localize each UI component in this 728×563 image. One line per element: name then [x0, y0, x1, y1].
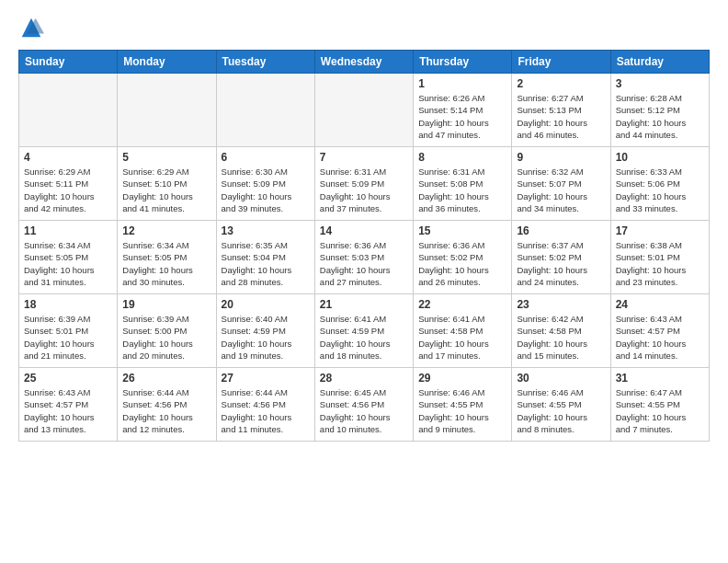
day-number: 30 — [517, 372, 605, 385]
day-number: 23 — [517, 298, 605, 311]
day-info: Sunrise: 6:45 AM Sunset: 4:56 PM Dayligh… — [320, 386, 408, 435]
logo — [18, 15, 48, 40]
day-info: Sunrise: 6:26 AM Sunset: 5:14 PM Dayligh… — [418, 92, 506, 141]
day-info: Sunrise: 6:27 AM Sunset: 5:13 PM Dayligh… — [517, 92, 605, 141]
weekday-header-friday: Friday — [512, 51, 610, 74]
day-info: Sunrise: 6:36 AM Sunset: 5:02 PM Dayligh… — [418, 239, 506, 288]
week-row-0: 1Sunrise: 6:26 AM Sunset: 5:14 PM Daylig… — [19, 74, 710, 147]
day-info: Sunrise: 6:38 AM Sunset: 5:01 PM Dayligh… — [616, 239, 704, 288]
calendar-cell: 8Sunrise: 6:31 AM Sunset: 5:08 PM Daylig… — [414, 147, 512, 221]
day-info: Sunrise: 6:43 AM Sunset: 4:57 PM Dayligh… — [616, 313, 704, 362]
day-number: 26 — [122, 372, 210, 385]
day-info: Sunrise: 6:37 AM Sunset: 5:02 PM Dayligh… — [517, 239, 605, 288]
calendar-cell — [314, 74, 413, 147]
calendar-cell — [19, 74, 118, 147]
calendar: SundayMondayTuesdayWednesdayThursdayFrid… — [18, 50, 710, 442]
day-number: 4 — [24, 151, 112, 164]
day-number: 13 — [222, 224, 310, 237]
calendar-cell: 30Sunrise: 6:46 AM Sunset: 4:55 PM Dayli… — [512, 368, 610, 442]
day-number: 27 — [222, 372, 310, 385]
day-info: Sunrise: 6:29 AM Sunset: 5:10 PM Dayligh… — [122, 166, 210, 214]
calendar-cell: 2Sunrise: 6:27 AM Sunset: 5:13 PM Daylig… — [512, 74, 610, 147]
day-number: 15 — [418, 224, 506, 237]
day-number: 3 — [616, 77, 704, 90]
calendar-cell — [118, 74, 216, 147]
day-info: Sunrise: 6:35 AM Sunset: 5:04 PM Dayligh… — [222, 239, 310, 288]
page: SundayMondayTuesdayWednesdayThursdayFrid… — [0, 0, 728, 563]
day-info: Sunrise: 6:32 AM Sunset: 5:07 PM Dayligh… — [517, 166, 605, 214]
day-number: 20 — [222, 298, 310, 311]
calendar-cell: 11Sunrise: 6:34 AM Sunset: 5:05 PM Dayli… — [19, 221, 118, 294]
day-info: Sunrise: 6:33 AM Sunset: 5:06 PM Dayligh… — [616, 166, 704, 214]
day-number: 2 — [517, 77, 605, 90]
day-number: 29 — [418, 372, 506, 385]
calendar-cell: 16Sunrise: 6:37 AM Sunset: 5:02 PM Dayli… — [512, 221, 610, 294]
weekday-header-wednesday: Wednesday — [314, 51, 413, 74]
day-info: Sunrise: 6:43 AM Sunset: 4:57 PM Dayligh… — [24, 386, 112, 435]
calendar-cell: 28Sunrise: 6:45 AM Sunset: 4:56 PM Dayli… — [314, 368, 413, 442]
calendar-cell: 17Sunrise: 6:38 AM Sunset: 5:01 PM Dayli… — [610, 221, 709, 294]
calendar-cell: 19Sunrise: 6:39 AM Sunset: 5:00 PM Dayli… — [118, 294, 216, 368]
day-info: Sunrise: 6:34 AM Sunset: 5:05 PM Dayligh… — [122, 239, 210, 288]
calendar-cell: 27Sunrise: 6:44 AM Sunset: 4:56 PM Dayli… — [216, 368, 314, 442]
weekday-header-row: SundayMondayTuesdayWednesdayThursdayFrid… — [19, 51, 710, 74]
day-number: 14 — [320, 224, 408, 237]
calendar-cell: 9Sunrise: 6:32 AM Sunset: 5:07 PM Daylig… — [512, 147, 610, 221]
calendar-cell: 26Sunrise: 6:44 AM Sunset: 4:56 PM Dayli… — [118, 368, 216, 442]
weekday-header-monday: Monday — [118, 51, 216, 74]
day-number: 31 — [616, 372, 704, 385]
calendar-cell: 13Sunrise: 6:35 AM Sunset: 5:04 PM Dayli… — [216, 221, 314, 294]
calendar-cell: 5Sunrise: 6:29 AM Sunset: 5:10 PM Daylig… — [118, 147, 216, 221]
weekday-header-saturday: Saturday — [610, 51, 709, 74]
day-info: Sunrise: 6:36 AM Sunset: 5:03 PM Dayligh… — [320, 239, 408, 288]
day-info: Sunrise: 6:39 AM Sunset: 5:00 PM Dayligh… — [122, 313, 210, 362]
day-number: 17 — [616, 224, 704, 237]
calendar-cell: 7Sunrise: 6:31 AM Sunset: 5:09 PM Daylig… — [314, 147, 413, 221]
calendar-cell: 12Sunrise: 6:34 AM Sunset: 5:05 PM Dayli… — [118, 221, 216, 294]
calendar-cell: 18Sunrise: 6:39 AM Sunset: 5:01 PM Dayli… — [19, 294, 118, 368]
calendar-cell: 20Sunrise: 6:40 AM Sunset: 4:59 PM Dayli… — [216, 294, 314, 368]
calendar-cell — [216, 74, 314, 147]
day-number: 16 — [517, 224, 605, 237]
calendar-cell: 3Sunrise: 6:28 AM Sunset: 5:12 PM Daylig… — [610, 74, 709, 147]
calendar-cell: 22Sunrise: 6:41 AM Sunset: 4:58 PM Dayli… — [414, 294, 512, 368]
day-info: Sunrise: 6:28 AM Sunset: 5:12 PM Dayligh… — [616, 92, 704, 141]
day-number: 18 — [24, 298, 112, 311]
day-number: 7 — [320, 151, 408, 164]
day-number: 25 — [24, 372, 112, 385]
weekday-header-thursday: Thursday — [414, 51, 512, 74]
day-number: 10 — [616, 151, 704, 164]
weekday-header-tuesday: Tuesday — [216, 51, 314, 74]
day-number: 21 — [320, 298, 408, 311]
day-info: Sunrise: 6:47 AM Sunset: 4:55 PM Dayligh… — [616, 386, 704, 435]
day-info: Sunrise: 6:44 AM Sunset: 4:56 PM Dayligh… — [122, 386, 210, 435]
header — [18, 15, 710, 40]
day-number: 1 — [418, 77, 506, 90]
calendar-cell: 14Sunrise: 6:36 AM Sunset: 5:03 PM Dayli… — [314, 221, 413, 294]
day-info: Sunrise: 6:41 AM Sunset: 4:58 PM Dayligh… — [418, 313, 506, 362]
day-number: 11 — [24, 224, 112, 237]
day-number: 6 — [222, 151, 310, 164]
calendar-cell: 15Sunrise: 6:36 AM Sunset: 5:02 PM Dayli… — [414, 221, 512, 294]
day-info: Sunrise: 6:34 AM Sunset: 5:05 PM Dayligh… — [24, 239, 112, 288]
week-row-4: 25Sunrise: 6:43 AM Sunset: 4:57 PM Dayli… — [19, 368, 710, 442]
calendar-cell: 21Sunrise: 6:41 AM Sunset: 4:59 PM Dayli… — [314, 294, 413, 368]
day-info: Sunrise: 6:40 AM Sunset: 4:59 PM Dayligh… — [222, 313, 310, 362]
day-number: 24 — [616, 298, 704, 311]
day-info: Sunrise: 6:46 AM Sunset: 4:55 PM Dayligh… — [418, 386, 506, 435]
calendar-cell: 4Sunrise: 6:29 AM Sunset: 5:11 PM Daylig… — [19, 147, 118, 221]
calendar-cell: 25Sunrise: 6:43 AM Sunset: 4:57 PM Dayli… — [19, 368, 118, 442]
day-info: Sunrise: 6:30 AM Sunset: 5:09 PM Dayligh… — [222, 166, 310, 214]
calendar-cell: 31Sunrise: 6:47 AM Sunset: 4:55 PM Dayli… — [610, 368, 709, 442]
day-number: 8 — [418, 151, 506, 164]
day-info: Sunrise: 6:44 AM Sunset: 4:56 PM Dayligh… — [222, 386, 310, 435]
calendar-cell: 1Sunrise: 6:26 AM Sunset: 5:14 PM Daylig… — [414, 74, 512, 147]
calendar-cell: 29Sunrise: 6:46 AM Sunset: 4:55 PM Dayli… — [414, 368, 512, 442]
day-info: Sunrise: 6:41 AM Sunset: 4:59 PM Dayligh… — [320, 313, 408, 362]
day-info: Sunrise: 6:31 AM Sunset: 5:08 PM Dayligh… — [418, 166, 506, 214]
day-number: 5 — [122, 151, 210, 164]
day-number: 9 — [517, 151, 605, 164]
weekday-header-sunday: Sunday — [19, 51, 118, 74]
day-number: 22 — [418, 298, 506, 311]
day-number: 19 — [122, 298, 210, 311]
